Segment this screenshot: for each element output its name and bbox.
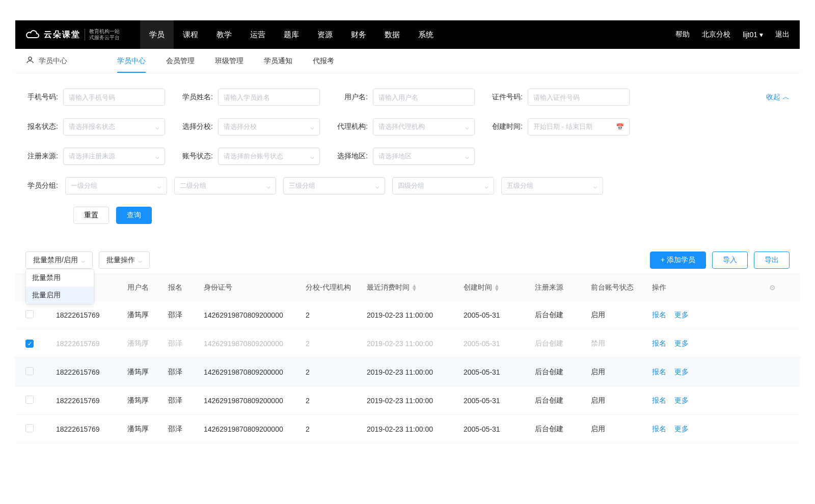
reset-button[interactable]: 重置: [73, 207, 109, 224]
table-header-col-4: 身份证号: [204, 283, 306, 292]
idno-input[interactable]: [528, 89, 630, 106]
collapse-filters-link[interactable]: 收起 ︿: [766, 93, 790, 102]
branch-switcher[interactable]: 北京分校: [702, 30, 730, 39]
svg-point-0: [29, 57, 32, 60]
topnav-tab-3[interactable]: 运营: [241, 20, 275, 49]
row-checkbox[interactable]: [25, 310, 34, 318]
filter-branch: 选择分校: 请选择分校⌵: [180, 118, 320, 135]
action-more-link[interactable]: 更多: [674, 425, 689, 433]
username-input[interactable]: [373, 89, 475, 106]
batch-ops-dropdown[interactable]: 批量操作 ⌵: [99, 251, 150, 269]
batch-ops-label: 批量操作: [106, 256, 135, 265]
topnav-tab-4[interactable]: 题库: [275, 20, 308, 49]
add-student-button[interactable]: + 添加学员: [650, 251, 706, 269]
logo-sub-line1: 教育机构一站: [89, 29, 120, 35]
batch-toggle-dropdown[interactable]: 批量禁用/启用 ⌵: [25, 251, 93, 269]
subnav-tab-3[interactable]: 学员通知: [264, 49, 292, 73]
group-select-5[interactable]: 五级分组⌵: [501, 177, 603, 194]
group-select-4[interactable]: 四级分组⌵: [392, 177, 494, 194]
topnav-tab-2[interactable]: 教学: [207, 20, 241, 49]
cell-enroll: 邵泽: [168, 425, 182, 433]
cloud-logo-icon: [25, 30, 40, 40]
action-enroll-link[interactable]: 报名: [652, 396, 666, 404]
sort-icon: ▲▼: [494, 284, 500, 291]
filter-region: 选择地区: 请选择地区⌵: [335, 148, 475, 165]
logo-text: 云朵课堂: [44, 30, 80, 40]
topnav-tab-1[interactable]: 课程: [174, 20, 207, 49]
gear-icon[interactable]: ⚙: [769, 284, 776, 292]
cell-branch: 2: [306, 368, 310, 376]
cell-username: 潘筠厚: [127, 311, 149, 319]
action-more-link[interactable]: 更多: [674, 396, 689, 404]
action-more-link[interactable]: 更多: [674, 311, 689, 319]
filter-row-4: 学员分组: 一级分组⌵二级分组⌵三级分组⌵四级分组⌵五级分组⌵: [25, 177, 790, 194]
group-select-3[interactable]: 三级分组⌵: [283, 177, 385, 194]
topnav-tab-7[interactable]: 数据: [375, 20, 409, 49]
user-name: lijt01: [743, 31, 757, 39]
help-link[interactable]: 帮助: [675, 30, 690, 39]
subnav-tab-2[interactable]: 班级管理: [215, 49, 243, 73]
table-row: 18222615769潘筠厚邵泽142629198708092000002201…: [15, 358, 800, 386]
action-more-link[interactable]: 更多: [674, 368, 689, 376]
cell-username: 潘筠厚: [127, 368, 149, 376]
filter-create-time: 创建时间: 开始日期 - 结束日期📅: [490, 118, 630, 135]
logo-subtitle: 教育机构一站 式服务云平台: [89, 29, 120, 41]
topnav-tab-8[interactable]: 系统: [409, 20, 443, 49]
row-checkbox[interactable]: [25, 367, 34, 375]
chevron-down-icon: ⌵: [484, 182, 488, 190]
group-select-1[interactable]: 一级分组⌵: [65, 177, 167, 194]
phone-input[interactable]: [63, 89, 165, 106]
user-menu[interactable]: lijt01 ▾: [743, 31, 763, 39]
row-checkbox[interactable]: ✓: [25, 340, 34, 348]
cell-consume-time: 2019-02-23 11:00:00: [367, 368, 433, 376]
filter-username-label: 用户名:: [335, 93, 368, 102]
subnav-tab-1[interactable]: 会员管理: [166, 49, 195, 73]
subnav-tab-0[interactable]: 学员中心: [117, 49, 146, 73]
region-select[interactable]: 请选择地区⌵: [373, 148, 475, 165]
batch-toggle-label: 批量禁用/启用: [33, 256, 78, 265]
search-button[interactable]: 查询: [116, 207, 152, 224]
chevron-down-icon: ⌵: [465, 153, 469, 160]
menu-item-batch-disable[interactable]: 批量禁用: [26, 269, 94, 287]
group-select-2[interactable]: 二级分组⌵: [174, 177, 276, 194]
cell-reg-src: 后台创建: [535, 368, 563, 376]
action-enroll-link[interactable]: 报名: [652, 311, 666, 319]
create-time-range[interactable]: 开始日期 - 结束日期📅: [528, 118, 630, 135]
table-body: 18222615769潘筠厚邵泽142629198708092000002201…: [15, 301, 800, 443]
group-selects: 一级分组⌵二级分组⌵三级分组⌵四级分组⌵五级分组⌵: [65, 177, 603, 194]
action-enroll-link[interactable]: 报名: [652, 425, 666, 433]
table-header: 用户名报名身份证号分校-代理机构最近消费时间▲▼创建时间▲▼注册来源前台账号状态…: [15, 274, 800, 301]
table-header-col-7[interactable]: 创建时间▲▼: [464, 283, 535, 292]
filter-username: 用户名:: [335, 89, 475, 106]
name-input[interactable]: [218, 89, 320, 106]
acct-state-select[interactable]: 请选择前台账号状态⌵: [218, 148, 320, 165]
action-enroll-link[interactable]: 报名: [652, 368, 666, 376]
export-button[interactable]: 导出: [754, 251, 790, 269]
agency-select[interactable]: 请选择代理机构⌵: [373, 118, 475, 135]
enroll-state-select[interactable]: 请选择报名状态⌵: [63, 118, 165, 135]
topnav-tab-0[interactable]: 学员: [140, 20, 174, 49]
topnav-tab-5[interactable]: 资源: [308, 20, 342, 49]
filter-phone-label: 手机号码:: [25, 93, 58, 102]
filter-row-1: 手机号码: 学员姓名: 用户名: 证件号码: 收起 ︿: [25, 89, 790, 106]
cell-phone: 18222615769: [56, 340, 100, 348]
topnav-tab-6[interactable]: 财务: [342, 20, 375, 49]
action-enroll-link[interactable]: 报名: [652, 339, 666, 347]
subnav-tab-4[interactable]: 代报考: [313, 49, 334, 73]
table-header-col-3: 报名: [168, 283, 204, 292]
menu-item-batch-enable[interactable]: 批量启用: [26, 287, 94, 304]
logout-link[interactable]: 退出: [775, 30, 790, 39]
import-button[interactable]: 导入: [712, 251, 748, 269]
row-checkbox[interactable]: [25, 396, 34, 404]
filter-enroll-state-label: 报名状态:: [25, 122, 58, 131]
branch-select[interactable]: 请选择分校⌵: [218, 118, 320, 135]
table-header-col-6[interactable]: 最近消费时间▲▼: [367, 283, 464, 292]
row-checkbox[interactable]: [25, 424, 34, 432]
filter-agency: 代理机构: 请选择代理机构⌵: [335, 118, 475, 135]
reg-src-select[interactable]: 请选择注册来源⌵: [63, 148, 165, 165]
top-nav: 云朵课堂 教育机构一站 式服务云平台 学员课程教学运营题库资源财务数据系统 帮助…: [15, 20, 800, 49]
action-more-link[interactable]: 更多: [674, 339, 689, 347]
cell-actions: 报名更多: [652, 425, 697, 433]
cell-actions: 报名更多: [652, 339, 697, 347]
filter-agency-label: 代理机构:: [335, 122, 368, 131]
